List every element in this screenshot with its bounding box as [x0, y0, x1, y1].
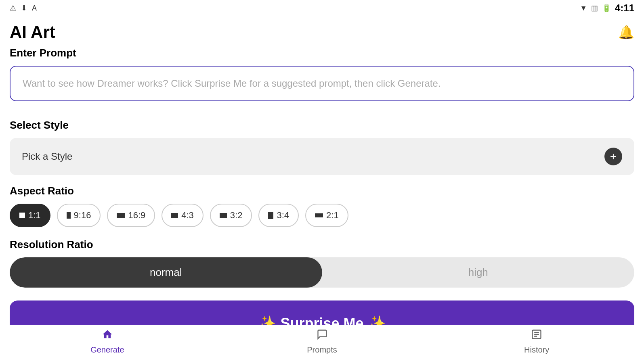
status-time: 4:11: [615, 2, 634, 14]
home-icon: [102, 329, 113, 343]
aspect-icon-16-9: [117, 213, 125, 218]
resolution-high-btn[interactable]: high: [322, 257, 635, 288]
aspect-icon-3-4: [268, 212, 273, 219]
aspect-btn-16-9[interactable]: 16:9: [107, 204, 155, 227]
download-icon: ⬇: [21, 4, 27, 13]
plus-icon: +: [610, 151, 617, 162]
status-bar: ⚠ ⬇ A ▼ ▥ 🔋 4:11: [0, 0, 644, 16]
select-style-label: Select Style: [10, 119, 634, 131]
resolution-ratio-section: Resolution Ratio normal high: [10, 238, 634, 288]
status-bar-left: ⚠ ⬇ A: [10, 4, 37, 13]
nav-item-generate[interactable]: Generate: [0, 329, 215, 355]
battery-icon: 🔋: [602, 4, 611, 13]
aspect-ratio-label: Aspect Ratio: [10, 185, 634, 197]
nav-item-history[interactable]: History: [429, 329, 644, 355]
signal-icon: ▥: [591, 4, 598, 13]
add-style-button[interactable]: +: [604, 148, 622, 165]
message-icon: [317, 329, 328, 343]
prompt-section: Enter Prompt: [10, 47, 634, 113]
aspect-ratio-section: Aspect Ratio 1:1 9:16 16:9 4:3 3:2: [10, 185, 634, 227]
bottom-nav: Generate Prompts History: [0, 325, 644, 361]
nav-label-generate: Generate: [90, 345, 124, 355]
select-style-section: Select Style Pick a Style +: [10, 119, 634, 175]
aspect-icon-3-2: [220, 213, 227, 218]
aspect-btn-4-3[interactable]: 4:3: [162, 204, 203, 227]
status-bar-right: ▼ ▥ 🔋 4:11: [580, 2, 634, 14]
nav-label-prompts: Prompts: [307, 345, 337, 355]
aspect-icon-9-16: [67, 212, 71, 219]
app-header: AI Art 🔔: [0, 16, 644, 47]
list-icon: [531, 329, 542, 343]
aspect-icon-1-1: [19, 213, 25, 218]
warning-icon: ⚠: [10, 4, 16, 13]
style-picker[interactable]: Pick a Style +: [10, 138, 634, 175]
resolution-ratio-label: Resolution Ratio: [10, 238, 634, 251]
prompt-label: Enter Prompt: [10, 47, 634, 59]
resolution-normal-btn[interactable]: normal: [10, 257, 322, 288]
aspect-ratio-options: 1:1 9:16 16:9 4:3 3:2 3:4: [10, 204, 634, 227]
main-content: Enter Prompt Select Style Pick a Style +…: [0, 47, 644, 361]
aspect-btn-2-1[interactable]: 2:1: [305, 204, 348, 227]
aspect-btn-9-16[interactable]: 9:16: [57, 204, 101, 227]
aspect-btn-3-4[interactable]: 3:4: [258, 204, 299, 227]
bell-icon[interactable]: 🔔: [618, 25, 634, 40]
app-title: AI Art: [10, 23, 55, 42]
prompt-input[interactable]: [10, 66, 634, 101]
aspect-icon-2-1: [315, 213, 323, 217]
font-icon: A: [32, 4, 37, 13]
nav-label-history: History: [524, 345, 549, 355]
aspect-icon-4-3: [171, 213, 178, 218]
wifi-icon: ▼: [580, 4, 587, 13]
style-picker-placeholder: Pick a Style: [22, 151, 72, 162]
aspect-btn-1-1[interactable]: 1:1: [10, 204, 50, 227]
aspect-btn-3-2[interactable]: 3:2: [210, 204, 252, 227]
resolution-toggle: normal high: [10, 257, 634, 288]
nav-item-prompts[interactable]: Prompts: [215, 329, 430, 355]
